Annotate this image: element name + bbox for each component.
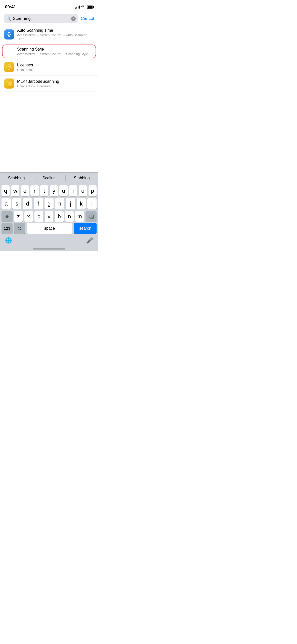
result-text-mlkit: MLKitBarcodeScanning CoinFacts → License…: [17, 79, 94, 88]
key-o[interactable]: o: [79, 185, 87, 196]
key-row-1: q w e r t y u i o p: [2, 185, 97, 196]
result-title-scanning-style: Scanning Style: [17, 47, 94, 52]
result-subtitle-licenses: CoinFacts: [17, 68, 94, 72]
result-text-auto-scanning: Auto Scanning Time Accessibility → Switc…: [17, 28, 94, 41]
key-t[interactable]: t: [40, 185, 48, 196]
key-m[interactable]: m: [75, 211, 84, 222]
globe-icon[interactable]: 🌐: [5, 237, 12, 244]
search-key[interactable]: search: [74, 223, 97, 234]
svg-point-0: [8, 32, 10, 33]
status-icons: [75, 5, 93, 9]
cancel-button[interactable]: Cancel: [81, 16, 94, 21]
result-text-licenses: Licenses CoinFacts: [17, 63, 94, 72]
result-title-licenses: Licenses: [17, 63, 94, 67]
shift-key[interactable]: [2, 211, 13, 222]
bottom-row: 123 ☺ space search: [0, 223, 98, 235]
key-row-2: a s d f g h j k l: [2, 198, 97, 209]
keyboard: Scabbing Scaling Stabbing q w e r t y u …: [0, 172, 98, 251]
accessibility-icon: [4, 29, 14, 39]
status-time: 09:41: [5, 5, 16, 10]
key-row-3: z x c v b n m: [2, 211, 97, 222]
key-f[interactable]: f: [34, 198, 43, 209]
delete-key[interactable]: [86, 211, 97, 222]
signal-icon: [75, 6, 80, 9]
space-key[interactable]: space: [27, 223, 72, 234]
home-bar: [33, 248, 65, 250]
clear-button[interactable]: ✕: [71, 16, 76, 21]
result-title-mlkit: MLKitBarcodeScanning: [17, 79, 94, 84]
empty-area: [0, 92, 98, 172]
key-n[interactable]: n: [65, 211, 74, 222]
key-k[interactable]: k: [77, 198, 86, 209]
result-item-mlkit[interactable]: 🪙 MLKitBarcodeScanning CoinFacts → Licen…: [0, 75, 98, 92]
key-u[interactable]: u: [59, 185, 67, 196]
bottom-extras: 🌐 🎤: [0, 235, 98, 246]
emoji-key[interactable]: ☺: [14, 223, 25, 234]
autocorrect-stabbing[interactable]: Stabbing: [65, 173, 98, 183]
key-z[interactable]: z: [14, 211, 23, 222]
key-i[interactable]: i: [69, 185, 77, 196]
key-b[interactable]: b: [55, 211, 64, 222]
key-w[interactable]: w: [11, 185, 19, 196]
key-rows: q w e r t y u i o p a s d f g h j k l: [0, 183, 98, 223]
search-bar-container: 🔍 ✕ Cancel: [0, 12, 98, 25]
wifi-icon: [81, 5, 85, 9]
key-r[interactable]: r: [30, 185, 38, 196]
key-g[interactable]: g: [45, 198, 54, 209]
search-input-wrapper[interactable]: 🔍 ✕: [4, 14, 78, 23]
autocorrect-bar: Scabbing Scaling Stabbing: [0, 172, 98, 183]
result-item-scanning-style[interactable]: Scanning Style Accessibility → Switch Co…: [0, 44, 98, 59]
home-indicator: [0, 246, 98, 251]
autocorrect-scabbing[interactable]: Scabbing: [0, 173, 33, 183]
result-subtitle-scanning-style: Accessibility → Switch Control → Scannin…: [17, 52, 94, 56]
status-bar: 09:41: [0, 0, 98, 12]
key-q[interactable]: q: [2, 185, 10, 196]
results-container: Auto Scanning Time Accessibility → Switc…: [0, 25, 98, 92]
microphone-icon[interactable]: 🎤: [86, 237, 93, 244]
coinfacts-icon-2: 🪙: [4, 78, 14, 89]
key-a[interactable]: a: [2, 198, 11, 209]
battery-icon: [87, 6, 93, 9]
key-y[interactable]: y: [50, 185, 58, 196]
result-item-auto-scanning[interactable]: Auto Scanning Time Accessibility → Switc…: [0, 25, 98, 44]
key-h[interactable]: h: [55, 198, 64, 209]
key-j[interactable]: j: [66, 198, 75, 209]
search-input[interactable]: [13, 16, 70, 21]
key-l[interactable]: l: [87, 198, 97, 209]
result-text-scanning-style: Scanning Style Accessibility → Switch Co…: [4, 47, 94, 56]
key-e[interactable]: e: [21, 185, 29, 196]
autocorrect-scaling[interactable]: Scaling: [33, 173, 65, 183]
coinfacts-icon: 🪙: [4, 62, 14, 72]
key-c[interactable]: c: [34, 211, 43, 222]
result-item-licenses[interactable]: 🪙 Licenses CoinFacts: [0, 59, 98, 75]
search-icon: 🔍: [7, 16, 11, 21]
key-v[interactable]: v: [45, 211, 54, 222]
key-x[interactable]: x: [24, 211, 33, 222]
result-subtitle-mlkit: CoinFacts → Licenses: [17, 84, 94, 88]
result-subtitle: Accessibility → Switch Control → Auto Sc…: [17, 33, 94, 41]
result-title: Auto Scanning Time: [17, 28, 94, 33]
key-p[interactable]: p: [89, 185, 97, 196]
key-s[interactable]: s: [12, 198, 22, 209]
numbers-key[interactable]: 123: [2, 223, 13, 234]
key-d[interactable]: d: [23, 198, 32, 209]
